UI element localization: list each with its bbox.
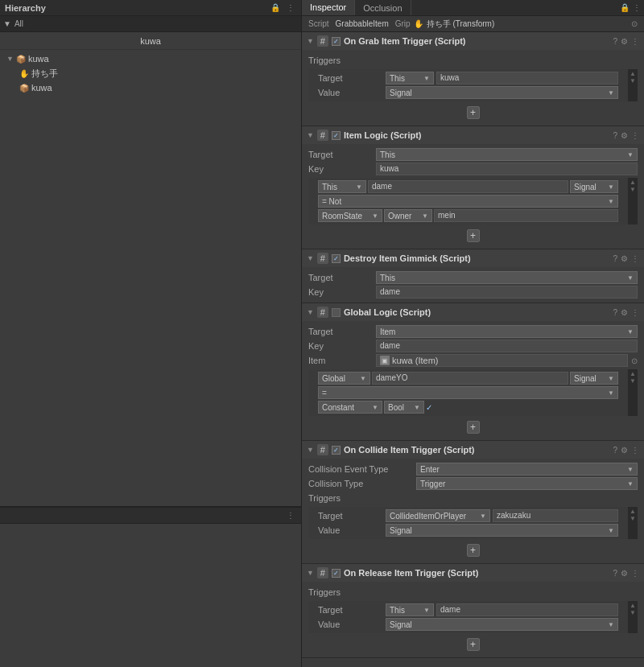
gl-scroll-down[interactable]: ▼ [630,378,636,385]
on-collide-settings-icon[interactable]: ⚙ [621,446,628,455]
destroy-key-row: Key dame [302,285,644,299]
destroy-key-text[interactable]: dame [376,286,638,299]
destroy-menu-icon[interactable]: ⋮ [631,254,639,263]
destroy-settings-icon[interactable]: ⚙ [621,254,628,263]
gl-damevo-field[interactable]: dameYO [372,372,568,385]
il-mein-field[interactable]: mein [434,209,618,222]
on-grab-settings-icon[interactable]: ⚙ [621,37,628,46]
on-grab-target-label: Target [318,73,382,83]
item-logic-key-text[interactable]: kuwa [376,163,638,175]
tab-occlusion[interactable]: Occlusion [355,0,411,15]
gl-scroll-up[interactable]: ▲ [630,371,636,377]
il-not-arrow: ▼ [608,198,614,205]
on-collide-target-field[interactable]: zakuzaku [493,509,618,522]
item-logic-help-icon[interactable]: ? [613,131,617,140]
on-grab-target-text[interactable]: kuwa [436,72,618,84]
on-release-help-icon[interactable]: ? [613,569,617,578]
global-add-button[interactable]: + [467,421,480,434]
inspector-scroll[interactable]: ▼ # ✓ On Grab Item Trigger (Script) ? ⚙ … [302,32,644,667]
inspector-lock-icon[interactable]: 🔒 [620,3,630,12]
on-release-target-field[interactable]: dame [436,603,618,616]
destroy-help-icon[interactable]: ? [613,254,617,263]
oc-scroll-down[interactable]: ▼ [630,516,636,522]
global-target-dropdown[interactable]: Item ▼ [376,325,638,338]
on-collide-event-dropdown[interactable]: Enter ▼ [416,463,638,476]
on-grab-value-dropdown[interactable]: Signal ▼ [386,86,618,99]
global-settings-icon[interactable]: ⚙ [621,308,628,317]
on-release-settings-icon[interactable]: ⚙ [621,569,628,578]
on-grab-target-dropdown[interactable]: This ▼ [386,72,434,84]
global-menu-icon[interactable]: ⋮ [631,308,639,317]
search-dropdown[interactable]: ▼ [3,19,11,28]
tree-icon-kuwa-root: 📦 [16,55,26,64]
or-scroll-down[interactable]: ▼ [630,610,636,616]
destroy-target-dropdown[interactable]: This ▼ [376,271,638,284]
destroy-checkbox[interactable]: ✓ [332,254,341,263]
tab-inspector[interactable]: Inspector [302,0,355,15]
component-on-release-header[interactable]: ▼ # ✓ On Release Item Trigger (Script) ?… [302,564,644,582]
inspector-more-icon[interactable]: ⋮ [633,3,641,12]
il-scroll-up[interactable]: ▲ [630,179,636,186]
il-scroll-down[interactable]: ▼ [630,187,636,193]
component-on-collide-header[interactable]: ▼ # ✓ On Collide Item Trigger (Script) ?… [302,441,644,459]
on-collide-target-dropdown[interactable]: CollidedItemOrPlayer ▼ [386,509,490,522]
il-roomstate-dropdown[interactable]: RoomState ▼ [318,209,382,222]
il-this-dropdown[interactable]: This ▼ [318,180,366,193]
on-release-target-dropdown[interactable]: This ▼ [386,603,434,616]
tree-item-kuwa-root[interactable]: ▼ 📦 kuwa [0,51,301,66]
on-grab-scroll-up[interactable]: ▲ [630,71,636,77]
tree-item-teburi[interactable]: ✋ 持ち手 [0,66,301,80]
item-logic-checkbox[interactable]: ✓ [332,131,341,140]
il-signal-dropdown[interactable]: Signal ▼ [570,180,618,193]
on-grab-menu-icon[interactable]: ⋮ [631,37,639,46]
on-collide-checkbox[interactable]: ✓ [332,446,341,455]
global-help-icon[interactable]: ? [613,308,617,317]
gl-global-dropdown[interactable]: Global ▼ [318,372,370,385]
on-grab-scroll-down[interactable]: ▼ [630,78,636,84]
global-header-icons: ? ⚙ ⋮ [613,308,639,317]
component-on-release: ▼ # ✓ On Release Item Trigger (Script) ?… [302,564,644,658]
hierarchy-lock-icon[interactable]: 🔒 [269,2,282,13]
on-collide-menu-icon[interactable]: ⋮ [631,446,639,455]
component-item-logic-header[interactable]: ▼ # ✓ Item Logic (Script) ? ⚙ ⋮ [302,126,644,144]
on-collide-type-dropdown[interactable]: Trigger ▼ [416,477,638,490]
on-grab-triggers-row: Triggers [302,53,644,68]
gl-bool-dropdown[interactable]: Bool ▼ [384,401,424,414]
il-dame-field[interactable]: dame [368,180,568,193]
on-collide-value-dropdown[interactable]: Signal ▼ [386,524,618,537]
hierarchy-title: Hierarchy [5,3,46,13]
on-release-add-button[interactable]: + [467,638,480,651]
component-on-grab-header[interactable]: ▼ # ✓ On Grab Item Trigger (Script) ? ⚙ … [302,32,644,50]
on-grab-checkbox[interactable]: ✓ [332,37,341,46]
component-item-logic: ▼ # ✓ Item Logic (Script) ? ⚙ ⋮ Target T… [302,126,644,249]
destroy-target-arrow: ▼ [627,274,634,282]
gl-eq-dropdown[interactable]: = ▼ [318,386,618,399]
item-logic-menu-icon[interactable]: ⋮ [631,131,639,140]
item-logic-add-button[interactable]: + [467,229,480,242]
global-checkbox[interactable] [332,308,341,317]
component-destroy-header[interactable]: ▼ # ✓ Destroy Item Gimmick (Script) ? ⚙ … [302,249,644,267]
hierarchy-more-icon[interactable]: ⋮ [285,2,296,13]
on-grab-help-icon[interactable]: ? [613,37,617,46]
global-item-target-icon[interactable]: ⊙ [631,356,638,365]
component-global-header[interactable]: ▼ # Global Logic (Script) ? ⚙ ⋮ [302,303,644,321]
item-logic-target-dropdown[interactable]: This ▼ [376,148,638,161]
gl-signal-dropdown[interactable]: Signal ▼ [570,372,618,385]
on-collide-help-icon[interactable]: ? [613,446,617,455]
gl-constant-dropdown[interactable]: Constant ▼ [318,401,382,414]
on-collide-add-button[interactable]: + [467,544,480,557]
on-release-value-dropdown[interactable]: Signal ▼ [386,618,618,631]
grip-target-icon[interactable]: ⊙ [631,19,638,28]
oc-scroll-up[interactable]: ▲ [630,508,636,515]
item-logic-settings-icon[interactable]: ⚙ [621,131,628,140]
on-release-header-icons: ? ⚙ ⋮ [613,569,639,578]
on-release-menu-icon[interactable]: ⋮ [631,569,639,578]
on-grab-add-button[interactable]: + [467,106,480,119]
il-owner-dropdown[interactable]: Owner ▼ [384,209,432,222]
global-key-text[interactable]: dame [376,340,638,352]
or-scroll-up[interactable]: ▲ [630,603,636,609]
il-not-dropdown[interactable]: = Not ▼ [318,195,618,208]
on-release-checkbox[interactable]: ✓ [332,569,341,578]
tree-item-kuwa-child[interactable]: 📦 kuwa [0,80,301,95]
left-bottom-more-icon[interactable]: ⋮ [285,510,296,521]
